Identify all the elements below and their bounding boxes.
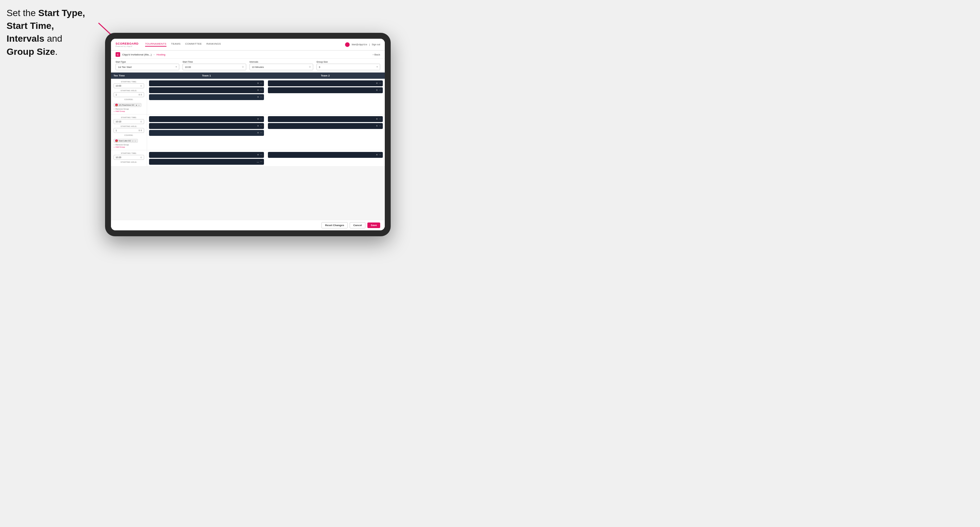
- player-dots: ⋯: [260, 89, 262, 92]
- starting-hole-label-3: STARTING HOLE:: [114, 161, 144, 163]
- course-name-2: East Lake GC: [119, 140, 131, 142]
- remove-group-1[interactable]: ○ Remove Group: [114, 108, 144, 110]
- start-time-label: Start Time: [183, 61, 246, 63]
- sign-out-link[interactable]: Sign out: [372, 43, 380, 46]
- tablet-screen: SCOREBOARD Powered by clipp'd TOURNAMENT…: [111, 39, 385, 230]
- starting-time-label-1: STARTING TIME:: [114, 81, 144, 83]
- hole-spinner-2: ⬆⬇: [138, 129, 142, 132]
- player-dots: ⋯: [260, 118, 262, 121]
- player-x[interactable]: ✕: [257, 96, 259, 98]
- th-team1: Team 1: [147, 73, 266, 79]
- player-dots: ⋯: [260, 96, 262, 98]
- logo: SCOREBOARD Powered by clipp'd: [116, 42, 138, 47]
- player-row-3-t1-2: — ⋯: [149, 159, 264, 165]
- team1-cell-1: ✕ ⋯ ✕ ⋯ ✕ ⋯: [147, 79, 266, 114]
- tournament-breadcrumb: Clipp'd Invitational (Ma...): [122, 53, 152, 56]
- start-type-chevron: ▾: [176, 66, 177, 68]
- group-1-left: STARTING TIME: 10:00 ⊙ STARTING HOLE: 1 …: [111, 79, 147, 114]
- nav-teams[interactable]: TEAMS: [171, 42, 181, 47]
- player-dots: ⋯: [379, 125, 381, 127]
- time-spinner-2: ⊙: [140, 121, 142, 123]
- intervals-group: Intervals 10 Minutes ⊙: [250, 61, 313, 70]
- player-x[interactable]: ✕: [257, 118, 259, 121]
- player-x[interactable]: ✕: [257, 125, 259, 127]
- course-actions-2: ○ Remove Group + Add Group: [114, 144, 144, 148]
- add-group-1[interactable]: + Add Group: [114, 110, 144, 112]
- brand-icon: C: [116, 52, 120, 57]
- team2-cell-3: ✕ ⋯: [266, 150, 385, 167]
- start-time-select[interactable]: 10:00 ⊙: [183, 63, 246, 70]
- course-label-1: COURSE:: [114, 98, 144, 100]
- player-x[interactable]: ✕: [376, 154, 378, 156]
- player-x[interactable]: ✕: [257, 154, 259, 156]
- hole-spinner-1: ⬆⬇: [138, 94, 142, 96]
- tablet-frame: SCOREBOARD Powered by clipp'd TOURNAMENT…: [105, 33, 391, 236]
- course-x-2[interactable]: ✕: [132, 140, 134, 142]
- player-x[interactable]: ✕: [257, 132, 259, 134]
- user-email: blair@clipp'd.io: [352, 43, 367, 46]
- player-dots: ⋯: [379, 89, 381, 92]
- player-x[interactable]: ✕: [376, 125, 378, 127]
- player-dots: ⋯: [260, 160, 262, 163]
- remove-group-2[interactable]: ○ Remove Group: [114, 144, 144, 146]
- nav-rankings[interactable]: RANKINGS: [207, 42, 221, 47]
- save-button[interactable]: Save: [368, 222, 380, 228]
- player-row-3-t1-1: ✕ ⋯: [149, 152, 264, 158]
- nav-bar: SCOREBOARD Powered by clipp'd TOURNAMENT…: [111, 39, 385, 51]
- course-actions-1: ○ Remove Group + Add Group: [114, 108, 144, 112]
- nav-committee[interactable]: COMMITTEE: [185, 42, 202, 47]
- nav-separator: |: [369, 43, 370, 46]
- player-x[interactable]: ✕: [257, 82, 259, 85]
- team2-cell-2: ✕ ⋯ ✕ ⋯: [266, 114, 385, 150]
- starting-time-input-3[interactable]: 10:20 ⊙: [114, 155, 144, 160]
- bold-start-type: Start Type,: [38, 8, 85, 18]
- starting-time-input-1[interactable]: 10:00 ⊙: [114, 83, 144, 88]
- group-row-2: STARTING TIME: 10:10 ⊙ STARTING HOLE: 1 …: [111, 114, 385, 150]
- starting-time-input-2[interactable]: 10:10 ⊙: [114, 119, 144, 124]
- intervals-label: Intervals: [250, 61, 313, 63]
- group-size-label: Group Size: [317, 61, 380, 63]
- player-x[interactable]: ✕: [376, 89, 378, 92]
- cancel-button[interactable]: Cancel: [350, 222, 365, 229]
- player-x[interactable]: —: [257, 161, 259, 163]
- intervals-select[interactable]: 10 Minutes ⊙: [250, 63, 313, 70]
- player-x[interactable]: ✕: [376, 82, 378, 85]
- player-row-1-t1-2: ✕ ⋯: [149, 87, 264, 93]
- bold-start-time: Start Time,: [6, 21, 54, 31]
- player-row-1-t2-2: ✕ ⋯: [268, 87, 383, 93]
- player-dots: ⋯: [379, 118, 381, 121]
- nav-links: TOURNAMENTS TEAMS COMMITTEE RANKINGS: [145, 42, 345, 47]
- course-icon-1: ⛳: [115, 104, 118, 106]
- player-row-1-t1-3: ✕ ⋯: [149, 94, 264, 100]
- player-dots: ⋯: [260, 132, 262, 134]
- time-spinner-1: ⊙: [140, 85, 142, 87]
- player-dots: ⋯: [379, 82, 381, 85]
- player-row-1-t1-1: ✕ ⋯: [149, 80, 264, 86]
- team2-cell-1: ✕ ⋯ ✕ ⋯: [266, 79, 385, 114]
- reset-button[interactable]: Reset Changes: [321, 222, 348, 229]
- player-row-2-t1-1: ✕ ⋯: [149, 116, 264, 122]
- starting-time-label-3: STARTING TIME:: [114, 152, 144, 154]
- start-type-select[interactable]: 1st Tee Start ▾: [116, 63, 179, 70]
- nav-tournaments[interactable]: TOURNAMENTS: [145, 42, 167, 47]
- course-edit-2[interactable]: ✏: [135, 140, 136, 142]
- group-size-group: Group Size 3 ▾: [317, 61, 380, 70]
- intervals-chevron: ⊙: [309, 66, 311, 68]
- player-x[interactable]: ✕: [376, 118, 378, 121]
- team1-cell-2: ✕ ⋯ ✕ ⋯ ✕ ⋯: [147, 114, 266, 150]
- starting-hole-input-2[interactable]: 1 ⬆⬇: [114, 128, 144, 133]
- user-avatar: [345, 42, 350, 47]
- group-2-left: STARTING TIME: 10:10 ⊙ STARTING HOLE: 1 …: [111, 114, 147, 150]
- time-spinner-3: ⊙: [140, 156, 142, 159]
- group-row-3: STARTING TIME: 10:20 ⊙ STARTING HOLE: ✕ …: [111, 150, 385, 167]
- back-button[interactable]: ‹ Back: [372, 53, 380, 56]
- starting-hole-label-2: STARTING HOLE:: [114, 125, 144, 127]
- group-size-select[interactable]: 3 ▾: [317, 63, 380, 70]
- course-edit-1[interactable]: ✏: [138, 104, 140, 106]
- player-x[interactable]: ✕: [257, 89, 259, 92]
- group-size-chevron: ▾: [377, 66, 378, 68]
- add-group-2[interactable]: + Add Group: [114, 146, 144, 148]
- starting-hole-input-1[interactable]: 1 ⬆⬇: [114, 92, 144, 97]
- nav-right: blair@clipp'd.io | Sign out: [345, 42, 380, 47]
- course-tag-1: ⛳ (A) Peachtree GC ✕ ✏: [114, 103, 142, 107]
